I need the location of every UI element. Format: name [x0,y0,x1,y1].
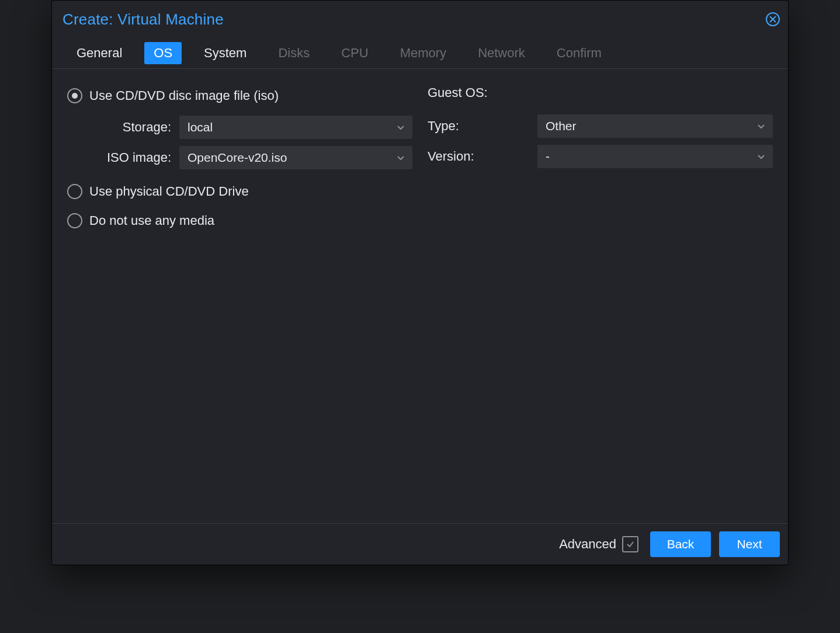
radio-physical[interactable] [67,184,82,199]
tab-general[interactable]: General [67,42,131,64]
tab-disks: Disks [269,42,319,64]
radio-use-iso[interactable] [67,88,82,103]
radio-physical-row[interactable]: Use physical CD/DVD Drive [67,181,412,202]
type-combo[interactable]: Other [537,114,773,138]
type-value: Other [546,119,577,133]
storage-combo[interactable]: local [179,116,412,139]
storage-row: Storage: local [67,114,412,140]
dialog-body: Use CD/DVD disc image file (iso) Storage… [52,69,788,523]
back-button[interactable]: Back [650,531,711,557]
chevron-down-icon [756,152,766,161]
dialog-header: Create: Virtual Machine [52,1,788,38]
iso-row: ISO image: OpenCore-v20.iso [67,145,412,171]
advanced-label: Advanced [559,537,616,552]
type-label: Type: [428,119,509,134]
tab-network: Network [468,42,534,64]
media-column: Use CD/DVD disc image file (iso) Storage… [67,85,412,523]
tab-system[interactable]: System [195,42,256,64]
close-icon [765,12,780,27]
radio-nomedia-row[interactable]: Do not use any media [67,210,412,231]
version-combo[interactable]: - [537,145,773,168]
tab-os[interactable]: OS [144,42,182,64]
chevron-down-icon [396,123,405,132]
next-button[interactable]: Next [719,531,780,557]
radio-nomedia-label: Do not use any media [89,213,214,228]
dialog-title: Create: Virtual Machine [63,11,224,29]
dialog-footer: Advanced Back Next [52,523,788,565]
version-value: - [546,149,550,164]
storage-value: local [188,120,213,134]
radio-use-iso-row[interactable]: Use CD/DVD disc image file (iso) [67,85,412,106]
advanced-checkbox[interactable] [622,536,638,552]
chevron-down-icon [396,153,405,162]
radio-physical-label: Use physical CD/DVD Drive [89,184,249,199]
tab-cpu: CPU [332,42,377,64]
iso-combo[interactable]: OpenCore-v20.iso [179,146,412,169]
version-label: Version: [428,149,509,164]
version-row: Version: - [428,144,773,169]
guest-column: Guest OS: Type: Other Version: - [428,85,773,523]
iso-label: ISO image: [67,150,179,165]
tab-confirm: Confirm [547,42,611,64]
guest-os-title: Guest OS: [428,85,773,100]
chevron-down-icon [756,121,766,131]
type-row: Type: Other [428,113,773,139]
storage-label: Storage: [67,120,179,135]
tab-memory: Memory [391,42,456,64]
radio-use-iso-label: Use CD/DVD disc image file (iso) [89,88,279,103]
check-icon [626,540,635,549]
wizard-tabs: General OS System Disks CPU Memory Netwo… [52,38,788,69]
iso-value: OpenCore-v20.iso [188,151,287,165]
radio-nomedia[interactable] [67,213,82,228]
advanced-toggle[interactable]: Advanced [559,536,638,552]
close-button[interactable] [765,11,781,27]
create-vm-dialog: Create: Virtual Machine General OS Syste… [51,0,789,565]
